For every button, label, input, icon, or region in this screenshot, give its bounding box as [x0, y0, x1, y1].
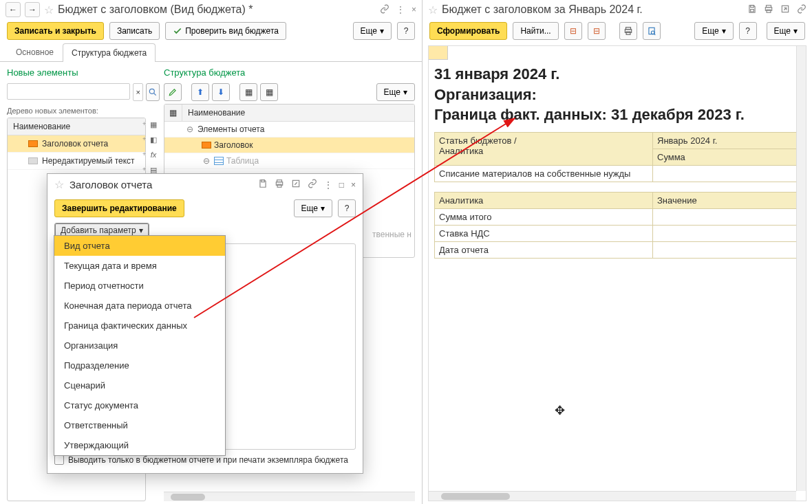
kebab-menu-icon[interactable]: ⋮	[396, 5, 405, 14]
export-icon[interactable]	[780, 4, 790, 16]
tree-item-noneditable-text[interactable]: Нередактируемый текст	[8, 153, 145, 170]
more-label: Еще	[774, 26, 791, 36]
dd-item-period-end-date[interactable]: Конечная дата периода отчета	[54, 296, 225, 316]
dd-item-report-type[interactable]: Вид отчета	[54, 236, 225, 256]
table1-row1-name: Списание материалов на собственные нужды	[435, 166, 653, 182]
more-label: Еще	[702, 26, 718, 36]
collapse-icon[interactable]: ⊖	[202, 156, 211, 166]
side-icon-2[interactable]: ◧	[147, 134, 160, 145]
svg-rect-12	[261, 180, 264, 182]
report-help-button[interactable]: ?	[739, 22, 757, 40]
structure-more-button[interactable]: Еще ▾	[376, 83, 415, 101]
clear-search-button[interactable]: ×	[133, 83, 143, 101]
dialog-close-icon[interactable]: ×	[351, 180, 356, 190]
preview-button[interactable]	[643, 22, 661, 40]
structure-name-col-header: Наименование	[182, 105, 250, 121]
close-icon[interactable]: ×	[412, 5, 416, 14]
print-only-checkbox-label: Выводить только в бюджетном отчете и при…	[68, 455, 348, 465]
structure-header: Структура бюджета	[164, 65, 415, 80]
horizontal-scrollbar[interactable]	[429, 491, 796, 501]
vertical-scrollbar[interactable]	[796, 46, 806, 491]
nav-forward-button[interactable]: →	[25, 2, 40, 17]
chevron-down-icon: ▾	[321, 204, 325, 213]
dialog-help-button[interactable]: ?	[338, 199, 356, 217]
save-button[interactable]: Записать	[109, 22, 160, 40]
dialog-save-icon[interactable]	[258, 179, 268, 190]
favorite-star-icon[interactable]: ☆	[44, 3, 54, 17]
structure-row-label: Таблица	[226, 156, 259, 166]
report-more-button[interactable]: Еще ▾	[694, 22, 733, 40]
help-button[interactable]: ?	[397, 22, 415, 40]
dd-item-fact-boundary[interactable]: Граница фактических данных	[54, 316, 225, 336]
dd-item-doc-status[interactable]: Статус документа	[54, 395, 225, 415]
nav-back-button[interactable]: ←	[6, 2, 21, 17]
tab-structure[interactable]: Структура бюджета	[63, 43, 156, 62]
favorite-star-icon[interactable]: ☆	[428, 3, 438, 17]
structure-icon-col-header: ▦	[164, 105, 182, 121]
sheet-corner	[429, 46, 448, 60]
move-up-button[interactable]: ⬆	[191, 83, 209, 101]
table-action-2-button[interactable]: ▦	[260, 83, 278, 101]
more-label: Еще	[384, 87, 400, 97]
side-icon-1[interactable]: ▦	[147, 119, 160, 130]
dialog-print-icon[interactable]	[275, 179, 284, 190]
window-title: Бюджет с заголовком (Вид бюджета) *	[58, 3, 376, 16]
svg-point-11	[651, 31, 654, 34]
report-more-button-2[interactable]: Еще ▾	[767, 22, 805, 40]
chevron-down-icon: ▾	[380, 26, 384, 36]
dialog-more-button[interactable]: Еще ▾	[294, 199, 332, 217]
dd-item-organization[interactable]: Организация	[54, 336, 225, 355]
dialog-star-icon[interactable]: ☆	[54, 178, 64, 191]
finish-editing-button[interactable]: Завершить редактирование	[54, 199, 184, 217]
dialog-maximize-icon[interactable]: □	[339, 180, 344, 190]
dialog-link-icon[interactable]	[308, 179, 317, 190]
tab-main[interactable]: Основное	[7, 43, 63, 61]
report-header-icon	[202, 142, 211, 149]
more-label: Еще	[301, 204, 318, 213]
check-budget-view-label: Проверить вид бюджета	[185, 26, 279, 36]
outline-collapse-button[interactable]: ⊟	[588, 22, 606, 40]
tree-item-label: Заголовок отчета	[42, 139, 108, 149]
link-icon[interactable]	[797, 4, 806, 16]
tree-caption: Дерево новых элементов:	[7, 104, 160, 118]
report-header-icon	[28, 140, 38, 147]
move-down-button[interactable]: ⬇	[212, 83, 230, 101]
more-button[interactable]: Еще ▾	[353, 22, 392, 40]
structure-row-header[interactable]: Заголовок	[164, 138, 414, 153]
add-parameter-dropdown-menu: Вид отчета Текущая дата и время Период о…	[54, 235, 226, 456]
dialog-export-icon[interactable]	[291, 179, 301, 190]
structure-row-table[interactable]: ⊖ Таблица	[164, 153, 414, 169]
save-icon[interactable]	[747, 4, 757, 16]
edit-button[interactable]	[164, 83, 182, 101]
collapse-icon[interactable]: ⊖	[185, 124, 195, 134]
dd-item-responsible[interactable]: Ответственный	[54, 415, 225, 435]
print-icon[interactable]	[764, 4, 773, 16]
link-icon[interactable]	[380, 4, 389, 16]
new-elements-search-input[interactable]	[7, 83, 130, 100]
table2-header-value: Значение	[653, 193, 800, 209]
dd-item-scenario[interactable]: Сценарий	[54, 375, 225, 395]
side-icon-fx[interactable]: fx	[147, 149, 160, 160]
dd-item-reporting-period[interactable]: Период отчетности	[54, 276, 225, 296]
print-only-checkbox[interactable]	[54, 455, 64, 465]
dd-item-approver[interactable]: Утверждающий	[54, 435, 225, 455]
check-budget-view-button[interactable]: Проверить вид бюджета	[165, 22, 286, 40]
report-date-line: 31 января 2024 г.	[434, 64, 800, 85]
structure-row-root[interactable]: ⊖ Элементы отчета	[164, 122, 414, 138]
print-button[interactable]	[619, 22, 637, 40]
tree-item-report-header[interactable]: Заголовок отчета	[8, 135, 145, 153]
more-label: Еще	[361, 26, 377, 36]
outline-expand-button[interactable]: ⊟	[564, 22, 582, 40]
dd-item-current-datetime[interactable]: Текущая дата и время	[54, 256, 225, 276]
table-action-1-button[interactable]: ▦	[239, 83, 257, 101]
table2-row3-val	[653, 242, 800, 259]
generate-button[interactable]: Сформировать	[429, 22, 507, 40]
horizontal-scrollbar[interactable]	[164, 492, 415, 501]
chevron-down-icon: ▾	[403, 87, 407, 97]
save-and-close-button[interactable]: Записать и закрыть	[7, 22, 104, 40]
table1-header-article: Статья бюджетов / Аналитика	[435, 133, 653, 166]
find-button[interactable]: Найти...	[513, 22, 558, 40]
dialog-kebab-icon[interactable]: ⋮	[324, 180, 332, 190]
dd-item-division[interactable]: Подразделение	[54, 355, 225, 375]
search-button[interactable]	[146, 83, 160, 101]
